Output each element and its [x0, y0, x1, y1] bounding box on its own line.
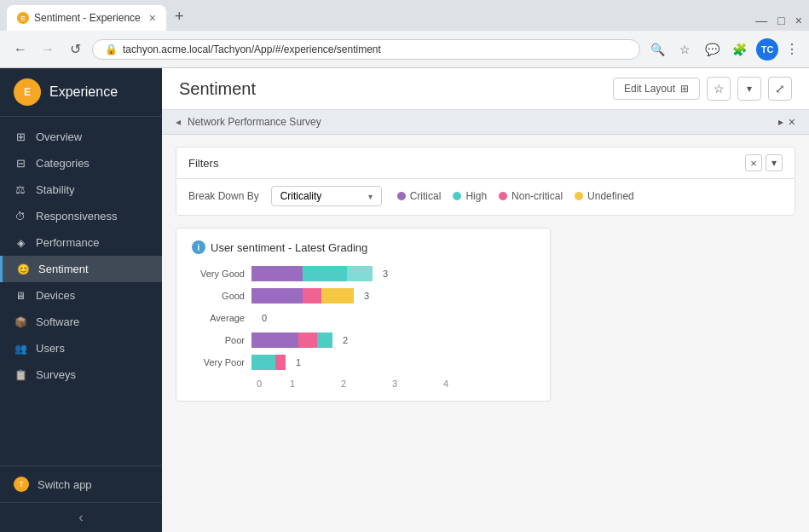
forward-survey-button[interactable]: ▸	[778, 116, 783, 128]
browser-chrome: E Sentiment - Experience × + — □ ×	[0, 0, 809, 31]
stability-icon: ⚖	[14, 183, 27, 196]
back-button[interactable]: ←	[10, 39, 31, 60]
back-survey-icon: ◂	[176, 116, 181, 128]
sidebar-item-users[interactable]: 👥 Users	[0, 335, 162, 361]
browser-nav-bar: ← → ↺ 🔒 tachyon.acme.local/Tachyon/App/#…	[0, 31, 809, 68]
chart-info-icon: i	[192, 240, 205, 254]
forward-button[interactable]: →	[38, 39, 58, 60]
tab-title: Sentiment - Experience	[34, 12, 141, 24]
tab-close-icon[interactable]: ×	[149, 11, 156, 25]
search-icon[interactable]: 🔍	[647, 39, 667, 60]
chart-value-average: 0	[262, 313, 267, 323]
chart-row-average: Average 0	[192, 310, 535, 326]
chevron-down-button[interactable]: ▾	[737, 77, 761, 101]
star-icon: ☆	[714, 82, 725, 95]
chart-value-very-good: 3	[383, 269, 388, 279]
edit-layout-label: Edit Layout	[624, 83, 675, 95]
edit-layout-button[interactable]: Edit Layout ⊞	[613, 78, 700, 100]
filters-header-actions: × ▾	[745, 154, 783, 171]
sidebar-logo: E	[14, 78, 41, 106]
new-tab-button[interactable]: +	[166, 4, 193, 29]
sidebar-footer[interactable]: T Switch app	[0, 466, 162, 502]
survey-bar: ◂ Network Performance Survey ▸ ×	[162, 110, 809, 135]
close-survey-button[interactable]: ×	[789, 115, 795, 129]
legend-non-critical: Non-critical	[499, 190, 563, 202]
sidebar-item-categories[interactable]: ⊟ Categories	[0, 150, 162, 176]
sidebar-item-software[interactable]: 📦 Software	[0, 309, 162, 335]
star-button[interactable]: ☆	[707, 77, 731, 101]
legend-undefined: Undefined	[575, 190, 634, 202]
undefined-dot	[575, 192, 583, 200]
collapse-icon: ‹	[78, 510, 83, 525]
survey-bar-right: ▸ ×	[778, 115, 795, 129]
chart-bar-good	[251, 288, 354, 304]
tab-favicon: E	[17, 12, 29, 24]
chart-area: Very Good 3 Good	[192, 266, 535, 389]
software-icon: 📦	[14, 316, 27, 328]
overview-icon: ⊞	[14, 130, 27, 143]
window-controls: — □ ×	[755, 14, 802, 31]
categories-icon: ⊟	[14, 157, 27, 170]
refresh-button[interactable]: ↺	[65, 39, 85, 60]
lock-icon: 🔒	[105, 43, 118, 55]
responsiveness-icon: ⏱	[14, 211, 27, 223]
chat-icon[interactable]: 💬	[702, 39, 722, 60]
survey-bar-left[interactable]: ◂ Network Performance Survey	[176, 116, 321, 128]
chart-row-very-good: Very Good 3	[192, 266, 535, 281]
chevron-down-icon: ▾	[747, 83, 752, 95]
minimize-button[interactable]: —	[755, 14, 767, 27]
legend-high: High	[453, 190, 487, 202]
window-close-button[interactable]: ×	[795, 14, 802, 27]
chart-label-good: Good	[192, 291, 245, 301]
sidebar-item-performance[interactable]: ◈ Performance	[0, 229, 162, 256]
sidebar-collapse-button[interactable]: ‹	[0, 502, 162, 532]
browser-menu-icon[interactable]: ⋮	[785, 41, 799, 57]
clear-filters-button[interactable]: ×	[745, 154, 762, 171]
dropdown-selected: Criticality	[280, 190, 322, 202]
address-bar[interactable]: 🔒 tachyon.acme.local/Tachyon/App/#/exper…	[92, 39, 640, 60]
non-critical-dot	[499, 192, 507, 200]
main-content: Sentiment Edit Layout ⊞ ☆ ▾ ⤢ ◂	[162, 68, 809, 532]
grid-icon: ⊞	[680, 83, 689, 95]
users-icon: 👥	[14, 343, 27, 355]
chart-panel: i User sentiment - Latest Grading Very G…	[176, 228, 551, 402]
filters-title: Filters	[188, 157, 218, 170]
chart-row-good: Good 3	[192, 288, 535, 304]
filters-body: Break Down By Criticality ▾ Critical Hig…	[176, 178, 795, 215]
breakdown-dropdown[interactable]: Criticality ▾	[271, 186, 382, 206]
chart-header: i User sentiment - Latest Grading	[192, 240, 535, 254]
chart-value-very-poor: 1	[296, 357, 301, 367]
chart-label-very-poor: Very Poor	[192, 357, 245, 367]
devices-icon: 🖥	[14, 290, 27, 302]
browser-tab[interactable]: E Sentiment - Experience ×	[7, 5, 166, 31]
expand-button[interactable]: ⤢	[768, 77, 792, 101]
app-layout: E Experience ⊞ Overview ⊟ Categories ⚖ S…	[0, 68, 809, 532]
chart-bar-very-poor	[251, 355, 286, 370]
chart-label-average: Average	[192, 313, 245, 323]
sidebar-item-stability[interactable]: ⚖ Stability	[0, 176, 162, 203]
sidebar-item-devices[interactable]: 🖥 Devices	[0, 282, 162, 309]
collapse-filters-button[interactable]: ▾	[766, 154, 783, 171]
chart-bar-poor	[251, 332, 332, 348]
sidebar-item-responsiveness[interactable]: ⏱ Responsiveness	[0, 203, 162, 229]
surveys-icon: 📋	[14, 369, 27, 381]
page-header: Sentiment Edit Layout ⊞ ☆ ▾ ⤢	[162, 68, 809, 110]
sidebar-item-overview[interactable]: ⊞ Overview	[0, 124, 162, 150]
chart-value-good: 3	[364, 291, 369, 301]
extension-icon[interactable]: 🧩	[729, 39, 749, 60]
maximize-button[interactable]: □	[777, 14, 784, 27]
profile-avatar[interactable]: TC	[756, 38, 778, 61]
sidebar: E Experience ⊞ Overview ⊟ Categories ⚖ S…	[0, 68, 162, 532]
bookmark-icon[interactable]: ☆	[674, 39, 695, 60]
filters-panel: Filters × ▾ Break Down By Criticality ▾	[176, 147, 795, 216]
address-text: tachyon.acme.local/Tachyon/App/#/experie…	[123, 43, 381, 55]
chart-title: User sentiment - Latest Grading	[211, 241, 367, 254]
critical-dot	[397, 192, 406, 200]
sidebar-item-surveys[interactable]: 📋 Surveys	[0, 361, 162, 388]
high-dot	[453, 192, 461, 200]
page-title: Sentiment	[179, 79, 256, 99]
sidebar-item-sentiment[interactable]: 😊 Sentiment	[0, 256, 162, 282]
expand-icon: ⤢	[775, 82, 785, 95]
chart-bar-very-good	[251, 266, 373, 281]
filters-header: Filters × ▾	[176, 147, 795, 178]
